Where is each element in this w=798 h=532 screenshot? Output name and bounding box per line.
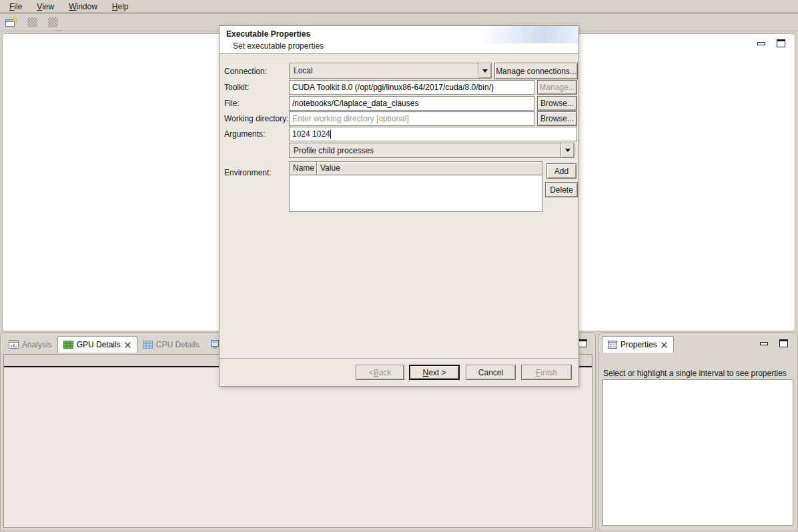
analysis-icon: [9, 340, 19, 349]
dialog-banner: Executable Properties Set executable pro…: [220, 26, 578, 54]
properties-icon: [608, 341, 617, 349]
banner-gradient: [438, 26, 578, 43]
tab-analysis[interactable]: Analysis: [3, 336, 57, 353]
maximize-icon[interactable]: [777, 39, 785, 47]
arguments-label: Arguments:: [224, 129, 265, 139]
menu-file[interactable]: File: [3, 1, 29, 13]
toolkit-input[interactable]: [289, 80, 534, 95]
tab-properties[interactable]: Properties: [602, 336, 674, 353]
save-button: [25, 16, 39, 29]
arguments-value: 1024 1024: [292, 129, 330, 139]
add-env-button[interactable]: Add: [546, 163, 576, 179]
dialog-body: Connection: Local Manage connections... …: [220, 55, 578, 357]
cpu-details-icon: [143, 341, 153, 349]
chevron-down-icon[interactable]: [478, 63, 491, 78]
minimize-icon[interactable]: [760, 342, 768, 345]
close-icon[interactable]: [661, 341, 668, 349]
menu-help[interactable]: Help: [105, 1, 135, 13]
file-label: File:: [224, 99, 240, 108]
profile-children-value: Profile child processes: [290, 146, 560, 155]
connection-label: Connection:: [224, 67, 267, 76]
text-cursor: [330, 130, 331, 139]
tab-label: Properties: [621, 340, 657, 349]
tab-label: CPU Details: [156, 340, 200, 349]
save-as-dots: ...: [55, 25, 63, 32]
arguments-input[interactable]: 1024 1024: [289, 127, 577, 141]
properties-content: [603, 379, 793, 526]
minimize-icon[interactable]: [757, 42, 765, 45]
working-directory-label: Working directory:: [224, 114, 288, 123]
column-header-name[interactable]: Name: [290, 162, 317, 175]
properties-message: Select or highlight a single interval to…: [603, 369, 795, 378]
browse-workdir-button[interactable]: Browse...: [537, 111, 577, 126]
chevron-down-icon[interactable]: [560, 143, 574, 157]
menu-view[interactable]: View: [30, 1, 61, 13]
menu-window[interactable]: Window: [62, 1, 104, 13]
save-icon: [27, 17, 37, 27]
tab-cpu-details[interactable]: CPU Details: [137, 336, 205, 353]
gpu-details-icon: [63, 341, 73, 349]
working-directory-input[interactable]: [289, 111, 534, 126]
connection-select[interactable]: Local: [289, 63, 492, 79]
tab-label: GPU Details: [77, 340, 121, 349]
tab-gpu-details[interactable]: GPU Details: [57, 336, 137, 353]
dialog-title: Executable Properties: [226, 29, 310, 39]
environment-table-header: Name Value: [290, 162, 542, 175]
column-header-value[interactable]: Value: [317, 162, 542, 175]
profile-children-select[interactable]: Profile child processes: [289, 143, 574, 158]
cancel-button[interactable]: Cancel: [466, 365, 516, 380]
back-button: < Back: [356, 365, 404, 380]
delete-env-button[interactable]: Delete: [545, 182, 578, 197]
environment-label: Environment:: [224, 168, 272, 177]
dialog-subtitle: Set executable properties: [233, 41, 324, 51]
connection-value: Local: [290, 66, 478, 75]
close-icon[interactable]: [124, 341, 131, 349]
toolkit-label: Toolkit:: [224, 83, 249, 92]
file-input[interactable]: [289, 96, 534, 111]
executable-properties-dialog: Executable Properties Set executable pro…: [219, 25, 579, 387]
save-as-button: ...: [45, 16, 60, 29]
new-session-icon: [5, 17, 18, 28]
manage-toolkit-button: Manage...: [537, 80, 577, 95]
tab-label: Analysis: [22, 340, 52, 349]
browse-file-button[interactable]: Browse...: [537, 96, 577, 111]
menu-bar: File View Window Help: [0, 0, 798, 13]
manage-connections-button[interactable]: Manage connections...: [494, 63, 578, 79]
new-session-button[interactable]: [4, 16, 19, 29]
maximize-icon[interactable]: [779, 339, 788, 347]
finish-button: Finish: [521, 365, 572, 380]
next-button[interactable]: Next >: [409, 365, 460, 380]
dialog-button-bar: < Back Next > Cancel Finish: [220, 358, 578, 386]
maximize-icon[interactable]: [578, 339, 587, 347]
properties-panel: Properties Select or highlight a single …: [598, 332, 798, 531]
console-icon: [210, 340, 220, 349]
environment-table[interactable]: Name Value: [289, 161, 542, 212]
